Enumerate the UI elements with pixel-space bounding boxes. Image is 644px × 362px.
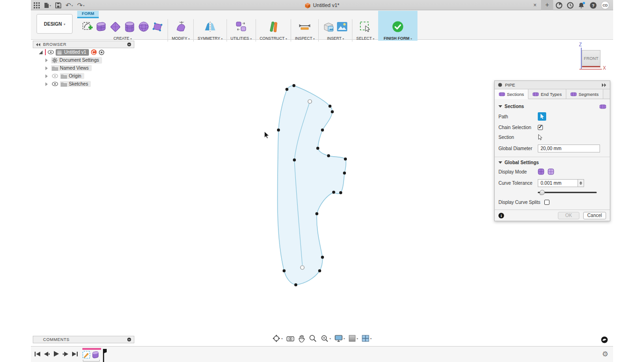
- step-forward-icon[interactable]: [63, 351, 68, 357]
- browser-options-icon[interactable]: [127, 43, 131, 46]
- timeline-sketch-feature[interactable]: [82, 351, 90, 359]
- slider-track[interactable]: [538, 192, 597, 193]
- browser-row-origin[interactable]: Origin: [33, 72, 134, 80]
- browser-row-named-views[interactable]: Named Views: [33, 64, 134, 72]
- collapsed-node-icon[interactable]: [45, 58, 48, 62]
- curve-tolerance-input[interactable]: [538, 179, 578, 187]
- create-sketch-icon[interactable]: [81, 21, 93, 33]
- look-at-button[interactable]: [286, 335, 294, 342]
- sections-group-header[interactable]: Sections: [498, 104, 606, 109]
- group-symmetry-label[interactable]: SYMMETRY ▾: [198, 36, 222, 41]
- group-select-label[interactable]: SELECT ▾: [356, 36, 374, 41]
- utilities-icon[interactable]: [234, 21, 248, 33]
- construct-icon[interactable]: [267, 21, 280, 33]
- zoom-button[interactable]: [309, 334, 317, 342]
- cursor-icon[interactable]: [538, 134, 542, 140]
- performance-indicator-icon[interactable]: [601, 336, 608, 343]
- save-button[interactable]: [55, 2, 61, 8]
- undo-button[interactable]: ↶ ▾: [66, 2, 73, 8]
- redo-button[interactable]: ↷ ▾: [77, 2, 85, 8]
- cancel-button[interactable]: Cancel: [583, 212, 606, 219]
- tab-end-types[interactable]: End Types: [528, 89, 566, 99]
- workspace-switcher[interactable]: DESIGN ▾: [37, 14, 73, 34]
- finish-form-icon[interactable]: [392, 21, 404, 33]
- play-icon[interactable]: [53, 351, 59, 357]
- collapsed-node-icon[interactable]: [45, 66, 48, 70]
- orbit-button[interactable]: ▾: [272, 334, 283, 342]
- browser-row-document-settings[interactable]: Document Settings: [33, 56, 134, 64]
- group-create-label[interactable]: CREATE ▾: [113, 36, 132, 41]
- group-construct-label[interactable]: CONSTRUCT ▾: [260, 36, 287, 41]
- collapsed-node-icon[interactable]: [45, 82, 48, 86]
- ok-button[interactable]: OK: [558, 212, 579, 219]
- path-select-button[interactable]: [538, 112, 546, 121]
- section-collapse-icon[interactable]: [498, 105, 502, 108]
- go-to-end-icon[interactable]: [72, 351, 78, 357]
- new-tab-button[interactable]: +: [541, 0, 553, 10]
- create-sphere-icon[interactable]: [138, 21, 150, 33]
- create-cylinder-icon[interactable]: [123, 21, 136, 33]
- global-settings-group-header[interactable]: Global Settings: [498, 160, 606, 165]
- activate-component-radio-icon[interactable]: [99, 50, 104, 55]
- user-avatar[interactable]: CD: [601, 1, 609, 9]
- create-box-icon[interactable]: [95, 21, 108, 33]
- app-grid-button[interactable]: [34, 2, 40, 8]
- grid-snaps-button[interactable]: ▾: [349, 335, 358, 342]
- create-face-icon[interactable]: [151, 21, 164, 33]
- visibility-eye-icon[interactable]: [48, 50, 54, 54]
- collapsed-node-icon[interactable]: [45, 74, 48, 78]
- group-modify-label[interactable]: MODIFY ▾: [172, 36, 190, 41]
- pan-button[interactable]: [298, 335, 305, 342]
- curve-tolerance-slider[interactable]: [538, 189, 597, 195]
- go-to-start-icon[interactable]: [35, 351, 40, 357]
- browser-row-root[interactable]: Untitled v1: [33, 48, 134, 56]
- select-icon[interactable]: [359, 21, 371, 33]
- timeline-settings-gear-icon[interactable]: ⚙: [602, 350, 608, 358]
- fit-button[interactable]: ▾: [321, 334, 331, 342]
- tab-form[interactable]: FORM: [77, 11, 99, 18]
- display-curve-splits-checkbox[interactable]: [544, 200, 549, 205]
- group-finish-form-label[interactable]: FINISH FORM ▾: [384, 36, 412, 41]
- comments-header[interactable]: COMMENTS: [33, 336, 134, 343]
- section-collapse-icon[interactable]: [498, 161, 502, 164]
- insert-mesh-icon[interactable]: [322, 21, 335, 33]
- view-cube[interactable]: Z FRONT X: [574, 42, 639, 75]
- expand-dialog-icon[interactable]: [602, 83, 607, 87]
- symmetry-icon[interactable]: [204, 21, 217, 33]
- comments-options-icon[interactable]: [127, 338, 131, 341]
- group-inspect-label[interactable]: INSPECT ▾: [295, 36, 315, 41]
- tab-close-button[interactable]: ×: [531, 1, 539, 9]
- modify-form-icon[interactable]: [174, 21, 187, 33]
- viewports-button[interactable]: ▾: [362, 335, 372, 342]
- tab-sections[interactable]: Sections: [495, 89, 528, 99]
- create-plane-icon[interactable]: [109, 21, 122, 33]
- expanded-node-icon[interactable]: [39, 51, 43, 54]
- visibility-eye-icon[interactable]: [52, 82, 58, 86]
- insert-canvas-icon[interactable]: [336, 21, 348, 32]
- browser-header[interactable]: BROWSER: [33, 41, 134, 48]
- document-tab[interactable]: Untitled v1*: [305, 0, 339, 10]
- browser-row-sketches[interactable]: Sketches: [33, 80, 134, 88]
- help-icon[interactable]: ?: [590, 2, 597, 9]
- file-menu-button[interactable]: ▾: [44, 2, 51, 8]
- curve-tolerance-slider-handle[interactable]: [540, 190, 545, 195]
- tab-segments[interactable]: Segments: [566, 89, 603, 99]
- group-insert-label[interactable]: INSERT ▾: [327, 36, 344, 41]
- visibility-eye-hidden-icon[interactable]: [52, 74, 58, 78]
- pipe-dialog-header[interactable]: PIPE: [495, 81, 610, 89]
- group-utilities-label[interactable]: UTILITIES ▾: [231, 36, 252, 41]
- timeline-form-feature[interactable]: [92, 351, 99, 359]
- display-mode-smooth-icon[interactable]: [548, 168, 554, 175]
- display-mode-box-icon[interactable]: [538, 168, 544, 175]
- display-settings-button[interactable]: ▾: [335, 335, 345, 342]
- viewcube-front-face[interactable]: FRONT: [582, 50, 600, 67]
- job-status-icon[interactable]: [567, 2, 574, 9]
- global-diameter-input[interactable]: [538, 145, 600, 152]
- curve-tolerance-stepper[interactable]: [578, 179, 584, 187]
- chain-selection-checkbox[interactable]: [538, 125, 543, 130]
- timeline-position-marker[interactable]: [102, 349, 107, 362]
- info-icon[interactable]: i: [498, 213, 504, 218]
- notifications-bell-icon[interactable]: [578, 2, 585, 9]
- step-back-icon[interactable]: [44, 351, 50, 357]
- collapse-panel-icon[interactable]: [36, 43, 40, 46]
